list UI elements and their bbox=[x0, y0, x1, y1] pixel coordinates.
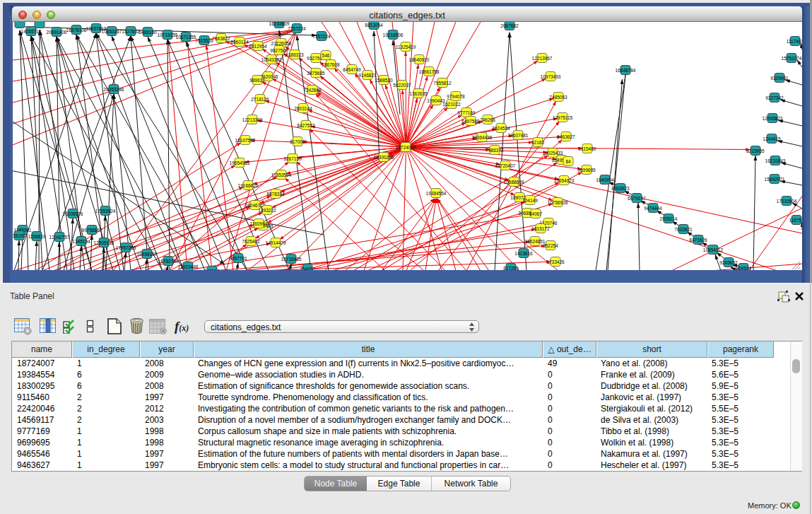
svg-text:20206576: 20206576 bbox=[63, 211, 83, 216]
svg-text:12923448: 12923448 bbox=[178, 264, 199, 269]
svg-text:18300295: 18300295 bbox=[374, 155, 394, 160]
svg-text:84: 84 bbox=[565, 159, 571, 164]
svg-text:19654983: 19654983 bbox=[230, 160, 250, 165]
svg-text:12213967: 12213967 bbox=[532, 56, 553, 61]
svg-text:2087682: 2087682 bbox=[500, 23, 519, 28]
svg-text:1160994: 1160994 bbox=[250, 221, 268, 226]
svg-text:1117403: 1117403 bbox=[787, 39, 802, 44]
svg-text:1527602: 1527602 bbox=[122, 29, 140, 34]
svg-text:15692971: 15692971 bbox=[765, 177, 785, 182]
svg-text:1733426: 1733426 bbox=[546, 259, 565, 264]
svg-text:10607481: 10607481 bbox=[508, 133, 529, 138]
svg-text:14055713: 14055713 bbox=[21, 29, 42, 34]
svg-text:1156819: 1156819 bbox=[28, 234, 46, 239]
svg-text:7242848: 7242848 bbox=[303, 88, 322, 93]
svg-text:1413616: 1413616 bbox=[514, 251, 533, 256]
svg-text:2803144: 2803144 bbox=[294, 106, 312, 111]
svg-text:10543382: 10543382 bbox=[261, 57, 282, 62]
svg-text:9227342: 9227342 bbox=[765, 95, 784, 100]
svg-text:104149: 104149 bbox=[522, 198, 538, 203]
svg-text:12213369: 12213369 bbox=[242, 117, 263, 122]
svg-text:6466160: 6466160 bbox=[139, 30, 157, 35]
svg-text:18640910: 18640910 bbox=[409, 57, 430, 62]
svg-text:16210643: 16210643 bbox=[765, 158, 786, 163]
svg-text:17957255: 17957255 bbox=[116, 245, 136, 250]
svg-text:9245652: 9245652 bbox=[719, 260, 738, 265]
svg-text:14914479: 14914479 bbox=[266, 240, 286, 245]
svg-text:6679197: 6679197 bbox=[628, 196, 646, 201]
svg-text:9699695: 9699695 bbox=[577, 168, 596, 173]
svg-text:9146821: 9146821 bbox=[358, 73, 377, 78]
svg-text:1244415: 1244415 bbox=[763, 136, 781, 141]
svg-text:7632621: 7632621 bbox=[674, 227, 693, 232]
svg-text:8186323: 8186323 bbox=[286, 52, 304, 57]
svg-text:62160: 62160 bbox=[531, 140, 544, 145]
svg-text:2718126: 2718126 bbox=[251, 97, 269, 102]
svg-text:19218506: 19218506 bbox=[383, 33, 404, 37]
svg-text:1588520: 1588520 bbox=[375, 78, 393, 83]
svg-text:10756928: 10756928 bbox=[548, 200, 568, 205]
svg-text:7955812: 7955812 bbox=[433, 81, 452, 86]
svg-text:3624534: 3624534 bbox=[492, 126, 510, 131]
svg-text:7515526: 7515526 bbox=[195, 38, 213, 43]
svg-text:17353924: 17353924 bbox=[95, 209, 116, 214]
svg-text:116753: 116753 bbox=[789, 218, 802, 223]
svg-text:10671355: 10671355 bbox=[176, 35, 196, 40]
svg-text:10973493: 10973493 bbox=[541, 74, 561, 79]
svg-text:817006: 817006 bbox=[290, 139, 305, 144]
svg-text:9794078: 9794078 bbox=[447, 94, 465, 99]
svg-text:8933923: 8933923 bbox=[611, 186, 630, 191]
svg-text:989612: 989612 bbox=[249, 78, 265, 83]
svg-text:20364436: 20364436 bbox=[472, 135, 493, 140]
svg-text:9115460: 9115460 bbox=[579, 146, 596, 151]
svg-text:11353594: 11353594 bbox=[271, 173, 292, 177]
svg-text:8878334: 8878334 bbox=[266, 192, 285, 197]
svg-text:154092: 154092 bbox=[300, 267, 315, 271]
svg-text:3267150: 3267150 bbox=[283, 156, 302, 161]
svg-text:7357224: 7357224 bbox=[288, 26, 306, 31]
svg-text:15716485: 15716485 bbox=[281, 257, 302, 262]
svg-text:17010504: 17010504 bbox=[777, 199, 797, 204]
svg-text:817265: 817265 bbox=[503, 266, 519, 271]
svg-text:8912954: 8912954 bbox=[249, 44, 267, 49]
svg-text:12505135: 12505135 bbox=[94, 240, 114, 245]
svg-text:8860124: 8860124 bbox=[230, 40, 249, 45]
svg-text:84067: 84067 bbox=[529, 211, 542, 216]
svg-text:1615172: 1615172 bbox=[531, 226, 550, 231]
svg-text:7625402: 7625402 bbox=[242, 239, 260, 244]
svg-text:1621022: 1621022 bbox=[442, 102, 461, 107]
svg-text:20691406: 20691406 bbox=[47, 30, 67, 35]
svg-text:10025433: 10025433 bbox=[543, 151, 563, 156]
svg-text:9329961: 9329961 bbox=[770, 76, 789, 81]
svg-text:1362635: 1362635 bbox=[409, 91, 428, 96]
svg-text:8454749: 8454749 bbox=[343, 67, 361, 72]
svg-text:7986372: 7986372 bbox=[486, 148, 504, 153]
svg-text:6497568: 6497568 bbox=[461, 119, 480, 124]
svg-text:99758867: 99758867 bbox=[82, 228, 102, 233]
svg-text:7485063: 7485063 bbox=[549, 95, 567, 100]
svg-text:9463627: 9463627 bbox=[557, 134, 575, 139]
svg-text:9474444: 9474444 bbox=[644, 206, 662, 211]
svg-text:1640954: 1640954 bbox=[596, 177, 614, 182]
svg-text:9777169: 9777169 bbox=[457, 110, 476, 115]
svg-text:5822037: 5822037 bbox=[393, 83, 411, 88]
svg-text:16107552: 16107552 bbox=[235, 138, 256, 143]
svg-text:10654112: 10654112 bbox=[703, 247, 724, 252]
svg-text:12042757: 12042757 bbox=[49, 235, 70, 240]
svg-text:7357224: 7357224 bbox=[312, 34, 331, 39]
svg-text:8471626: 8471626 bbox=[689, 238, 707, 243]
svg-text:19384554: 19384554 bbox=[426, 191, 447, 196]
svg-text:10719155: 10719155 bbox=[158, 33, 178, 37]
svg-text:18724007: 18724007 bbox=[396, 145, 416, 150]
svg-text:10688609: 10688609 bbox=[504, 180, 524, 185]
svg-text:746266: 746266 bbox=[480, 117, 495, 122]
svg-text:16961758: 16961758 bbox=[419, 69, 440, 74]
svg-text:9657791: 9657791 bbox=[229, 256, 247, 261]
svg-text:17654923: 17654923 bbox=[554, 178, 575, 183]
svg-text:645902: 645902 bbox=[204, 269, 220, 271]
svg-text:15751074: 15751074 bbox=[782, 56, 802, 61]
svg-text:23226058: 23226058 bbox=[271, 41, 292, 46]
svg-text:252254: 252254 bbox=[543, 243, 558, 248]
svg-text:924504: 924504 bbox=[736, 266, 751, 271]
svg-text:8215955: 8215955 bbox=[746, 148, 765, 153]
